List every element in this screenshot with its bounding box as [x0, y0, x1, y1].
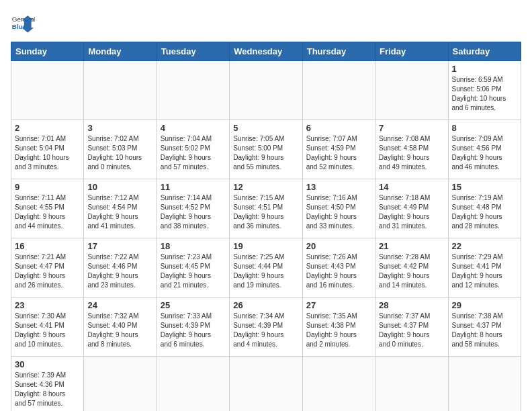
calendar-cell: 12Sunrise: 7:15 AM Sunset: 4:51 PM Dayli… — [230, 179, 302, 238]
day-number: 21 — [379, 241, 444, 251]
day-number: 22 — [452, 241, 517, 251]
calendar-cell: 30Sunrise: 7:39 AM Sunset: 4:36 PM Dayli… — [11, 357, 84, 412]
cell-info: Sunrise: 7:07 AM Sunset: 4:59 PM Dayligh… — [306, 134, 371, 172]
day-number: 5 — [233, 123, 298, 133]
day-number: 17 — [87, 241, 152, 251]
calendar-cell: 18Sunrise: 7:23 AM Sunset: 4:45 PM Dayli… — [157, 238, 229, 298]
day-header-tuesday: Tuesday — [157, 42, 229, 61]
calendar-row-3: 16Sunrise: 7:21 AM Sunset: 4:47 PM Dayli… — [11, 238, 521, 298]
calendar-cell: 27Sunrise: 7:35 AM Sunset: 4:38 PM Dayli… — [302, 298, 375, 357]
day-number: 28 — [379, 300, 444, 310]
calendar-cell — [375, 357, 448, 412]
calendar-cell: 22Sunrise: 7:29 AM Sunset: 4:41 PM Dayli… — [448, 238, 521, 298]
cell-info: Sunrise: 7:28 AM Sunset: 4:42 PM Dayligh… — [379, 253, 444, 290]
day-number: 6 — [306, 123, 371, 133]
calendar-cell: 23Sunrise: 7:30 AM Sunset: 4:41 PM Dayli… — [11, 298, 84, 357]
calendar-cell: 13Sunrise: 7:16 AM Sunset: 4:50 PM Dayli… — [302, 179, 375, 238]
calendar-cell: 6Sunrise: 7:07 AM Sunset: 4:59 PM Daylig… — [302, 120, 375, 179]
cell-info: Sunrise: 7:38 AM Sunset: 4:37 PM Dayligh… — [452, 312, 517, 349]
day-number: 19 — [233, 241, 298, 251]
day-header-sunday: Sunday — [11, 42, 84, 61]
day-number: 15 — [452, 182, 517, 192]
day-number: 18 — [161, 241, 226, 251]
cell-info: Sunrise: 7:23 AM Sunset: 4:45 PM Dayligh… — [161, 253, 226, 290]
calendar-cell — [11, 61, 84, 120]
calendar-cell: 1Sunrise: 6:59 AM Sunset: 5:06 PM Daylig… — [448, 61, 521, 120]
cell-info: Sunrise: 7:32 AM Sunset: 4:40 PM Dayligh… — [87, 312, 152, 349]
calendar-cell: 16Sunrise: 7:21 AM Sunset: 4:47 PM Dayli… — [11, 238, 84, 298]
cell-info: Sunrise: 7:15 AM Sunset: 4:51 PM Dayligh… — [233, 193, 298, 231]
cell-info: Sunrise: 7:21 AM Sunset: 4:47 PM Dayligh… — [15, 253, 80, 290]
calendar-row-1: 2Sunrise: 7:01 AM Sunset: 5:04 PM Daylig… — [11, 120, 521, 179]
day-number: 12 — [233, 182, 298, 192]
day-header-monday: Monday — [84, 42, 157, 61]
day-number: 24 — [87, 300, 152, 310]
cell-info: Sunrise: 7:19 AM Sunset: 4:48 PM Dayligh… — [452, 193, 517, 231]
cell-info: Sunrise: 7:34 AM Sunset: 4:39 PM Dayligh… — [233, 312, 298, 349]
day-number: 10 — [87, 182, 152, 192]
day-number: 13 — [306, 182, 371, 192]
day-number: 14 — [379, 182, 444, 192]
calendar-table: SundayMondayTuesdayWednesdayThursdayFrid… — [11, 42, 521, 411]
calendar-cell: 15Sunrise: 7:19 AM Sunset: 4:48 PM Dayli… — [448, 179, 521, 238]
calendar-cell: 20Sunrise: 7:26 AM Sunset: 4:43 PM Dayli… — [302, 238, 375, 298]
day-number: 29 — [452, 300, 517, 310]
cell-info: Sunrise: 7:04 AM Sunset: 5:02 PM Dayligh… — [161, 134, 226, 172]
day-number: 1 — [452, 64, 517, 74]
cell-info: Sunrise: 7:16 AM Sunset: 4:50 PM Dayligh… — [306, 193, 371, 231]
day-header-friday: Friday — [375, 42, 448, 61]
day-number: 7 — [379, 123, 444, 133]
day-number: 16 — [15, 241, 80, 251]
days-header-row: SundayMondayTuesdayWednesdayThursdayFrid… — [11, 42, 521, 61]
day-number: 4 — [161, 123, 226, 133]
cell-info: Sunrise: 7:01 AM Sunset: 5:04 PM Dayligh… — [15, 134, 80, 172]
calendar-cell: 7Sunrise: 7:08 AM Sunset: 4:58 PM Daylig… — [375, 120, 448, 179]
cell-info: Sunrise: 7:26 AM Sunset: 4:43 PM Dayligh… — [306, 253, 371, 290]
calendar-cell: 21Sunrise: 7:28 AM Sunset: 4:42 PM Dayli… — [375, 238, 448, 298]
calendar-cell — [84, 61, 157, 120]
calendar-cell: 24Sunrise: 7:32 AM Sunset: 4:40 PM Dayli… — [84, 298, 157, 357]
cell-info: Sunrise: 7:12 AM Sunset: 4:54 PM Dayligh… — [87, 193, 152, 231]
calendar-cell: 2Sunrise: 7:01 AM Sunset: 5:04 PM Daylig… — [11, 120, 84, 179]
day-number: 26 — [233, 300, 298, 310]
calendar-cell: 10Sunrise: 7:12 AM Sunset: 4:54 PM Dayli… — [84, 179, 157, 238]
day-number: 3 — [87, 123, 152, 133]
day-number: 2 — [15, 123, 80, 133]
calendar-cell: 11Sunrise: 7:14 AM Sunset: 4:52 PM Dayli… — [157, 179, 229, 238]
calendar-row-0: 1Sunrise: 6:59 AM Sunset: 5:06 PM Daylig… — [11, 61, 521, 120]
cell-info: Sunrise: 7:09 AM Sunset: 4:56 PM Dayligh… — [452, 134, 517, 172]
calendar-cell: 19Sunrise: 7:25 AM Sunset: 4:44 PM Dayli… — [230, 238, 302, 298]
cell-info: Sunrise: 7:29 AM Sunset: 4:41 PM Dayligh… — [452, 253, 517, 290]
cell-info: Sunrise: 7:11 AM Sunset: 4:55 PM Dayligh… — [15, 193, 80, 231]
calendar-cell — [375, 61, 448, 120]
calendar-cell: 14Sunrise: 7:18 AM Sunset: 4:49 PM Dayli… — [375, 179, 448, 238]
cell-info: Sunrise: 7:25 AM Sunset: 4:44 PM Dayligh… — [233, 253, 298, 290]
calendar-cell — [302, 357, 375, 412]
calendar-cell — [302, 61, 375, 120]
day-number: 9 — [15, 182, 80, 192]
cell-info: Sunrise: 7:33 AM Sunset: 4:39 PM Dayligh… — [161, 312, 226, 349]
day-number: 30 — [15, 359, 80, 369]
calendar-cell — [448, 357, 521, 412]
calendar-cell — [157, 357, 229, 412]
cell-info: Sunrise: 7:35 AM Sunset: 4:38 PM Dayligh… — [306, 312, 371, 349]
cell-info: Sunrise: 7:18 AM Sunset: 4:49 PM Dayligh… — [379, 193, 444, 231]
cell-info: Sunrise: 7:22 AM Sunset: 4:46 PM Dayligh… — [87, 253, 152, 290]
cell-info: Sunrise: 6:59 AM Sunset: 5:06 PM Dayligh… — [452, 75, 517, 113]
calendar-cell: 26Sunrise: 7:34 AM Sunset: 4:39 PM Dayli… — [230, 298, 302, 357]
cell-info: Sunrise: 7:30 AM Sunset: 4:41 PM Dayligh… — [15, 312, 80, 349]
cell-info: Sunrise: 7:14 AM Sunset: 4:52 PM Dayligh… — [161, 193, 226, 231]
cell-info: Sunrise: 7:39 AM Sunset: 4:36 PM Dayligh… — [15, 371, 80, 408]
page-header: General Blue — [11, 11, 521, 35]
day-number: 20 — [306, 241, 371, 251]
calendar-row-5: 30Sunrise: 7:39 AM Sunset: 4:36 PM Dayli… — [11, 357, 521, 412]
logo: General Blue — [11, 11, 35, 35]
calendar-cell: 5Sunrise: 7:05 AM Sunset: 5:00 PM Daylig… — [230, 120, 302, 179]
calendar-cell: 9Sunrise: 7:11 AM Sunset: 4:55 PM Daylig… — [11, 179, 84, 238]
day-header-saturday: Saturday — [448, 42, 521, 61]
day-number: 23 — [15, 300, 80, 310]
day-header-wednesday: Wednesday — [230, 42, 302, 61]
calendar-cell — [84, 357, 157, 412]
calendar-cell: 28Sunrise: 7:37 AM Sunset: 4:37 PM Dayli… — [375, 298, 448, 357]
calendar-cell: 3Sunrise: 7:02 AM Sunset: 5:03 PM Daylig… — [84, 120, 157, 179]
